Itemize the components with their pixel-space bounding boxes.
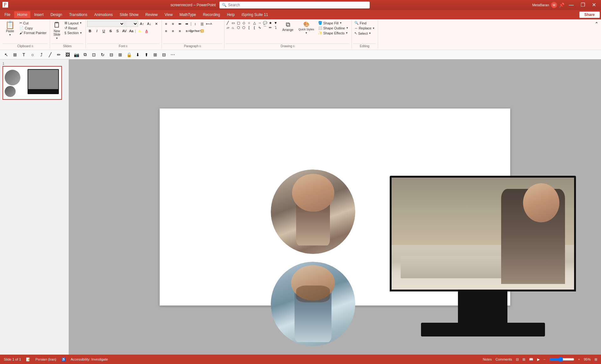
menu-ispring[interactable]: iSpring Suite 11 — [239, 11, 271, 18]
search-input[interactable] — [228, 3, 367, 7]
strikethrough-button[interactable]: S — [108, 28, 114, 34]
cut-button[interactable]: ✂ Cut — [18, 21, 48, 25]
menu-slideshow[interactable]: Slide Show — [116, 11, 141, 18]
shape-rect[interactable]: ▭ — [231, 21, 235, 25]
shape-star[interactable]: ★ — [268, 21, 273, 25]
dt-lock[interactable]: 🔒 — [125, 51, 133, 58]
shape-arc[interactable]: ⌒ — [263, 25, 267, 30]
minimize-button[interactable]: — — [566, 0, 576, 10]
shape-effects-button[interactable]: ✨ Shape Effects ▼ — [317, 31, 350, 35]
dt-camera[interactable]: 📷 — [73, 51, 80, 58]
select-button[interactable]: ↖ Select ▼ — [353, 31, 372, 36]
close-button[interactable]: ✕ — [589, 0, 598, 10]
dt-guides[interactable]: ⊟ — [160, 51, 168, 58]
clear-formatting-button[interactable]: ✕ — [153, 21, 160, 27]
shape-diamond[interactable]: ◇ — [242, 21, 246, 25]
underline-button[interactable]: U — [101, 28, 107, 34]
menu-mathtype[interactable]: MathType — [177, 11, 199, 18]
slide-canvas-wrapper[interactable] — [69, 59, 601, 355]
dt-align[interactable]: ⊟ — [108, 51, 115, 58]
dt-duplicate[interactable]: ⊡ — [90, 51, 98, 58]
numbered-list-button[interactable]: ≡ — [170, 21, 176, 27]
dt-more[interactable]: ⋯ — [169, 51, 177, 58]
reset-button[interactable]: ↺ Reset — [63, 26, 84, 30]
align-center-button[interactable]: ≡ — [170, 28, 176, 34]
arrange-button[interactable]: ⧉ Arrange — [280, 21, 296, 32]
text-columns-button[interactable]: ||| — [199, 21, 205, 27]
increase-font-button[interactable]: A↑ — [139, 21, 145, 27]
dt-group[interactable]: ⊞ — [11, 51, 19, 58]
shape-callout[interactable]: 💬 — [263, 21, 267, 25]
restore-button[interactable]: ❐ — [578, 0, 588, 10]
align-text-button[interactable]: AlignText▼ — [192, 28, 198, 34]
dt-freeform[interactable]: ✏ — [55, 51, 63, 58]
decrease-font-button[interactable]: A↓ — [146, 21, 152, 27]
shape-freeform[interactable]: ✏ — [268, 25, 273, 30]
circle-photo-1[interactable] — [271, 169, 355, 254]
normal-view-icon[interactable]: ⊟ — [516, 357, 519, 361]
shape-trapezoid[interactable]: ⏢ — [231, 25, 235, 30]
dt-connector[interactable]: ⤴ — [38, 51, 45, 58]
dt-line[interactable]: ╱ — [46, 51, 54, 58]
increase-indent-button[interactable]: ➡ — [184, 21, 190, 27]
align-left-button[interactable]: ≡ — [163, 28, 169, 34]
bullet-list-button[interactable]: ≡ — [163, 21, 169, 27]
highlight-color-button[interactable]: A — [136, 28, 143, 34]
menu-recording[interactable]: Recording — [200, 11, 223, 18]
quick-styles-button[interactable]: 🎨 Quick Styles ▼ — [297, 21, 316, 35]
font-size-select[interactable] — [126, 21, 138, 27]
menu-insert[interactable]: Insert — [31, 11, 47, 18]
shape-circle[interactable]: ○ — [247, 21, 251, 25]
menu-design[interactable]: Design — [47, 11, 65, 18]
menu-transitions[interactable]: Transitions — [66, 11, 90, 18]
change-case-button[interactable]: Aa — [128, 28, 135, 34]
dt-image[interactable]: 🖼 — [64, 51, 71, 58]
text-direction-button[interactable]: ⟵A — [206, 21, 212, 27]
menu-home[interactable]: Home — [14, 11, 30, 18]
format-painter-button[interactable]: 🖌 Format Painter — [18, 31, 48, 35]
shape-curve[interactable]: ∿ — [258, 25, 262, 30]
align-right-button[interactable]: ≡ — [177, 28, 183, 34]
shape-pentagon[interactable]: ⬠ — [242, 25, 246, 30]
slide-sorter-icon[interactable]: ⊞ — [522, 357, 525, 361]
paste-button[interactable]: 📋 Paste ▼ — [3, 21, 18, 37]
italic-button[interactable]: I — [94, 28, 100, 34]
shape-rounded-rect[interactable]: ▢ — [236, 21, 241, 25]
font-color-button[interactable]: A — [143, 28, 150, 34]
dt-arrow[interactable]: ↖ — [3, 51, 10, 58]
slideshow-icon[interactable]: ▶ — [537, 357, 540, 361]
shape-triangle[interactable]: △ — [252, 21, 257, 25]
dt-rotate[interactable]: ↻ — [99, 51, 106, 58]
section-button[interactable]: § Section ▼ — [63, 31, 84, 35]
shape-more[interactable]: ▼ — [274, 21, 278, 25]
shape-brace[interactable]: { — [252, 25, 257, 30]
bold-button[interactable]: B — [87, 28, 93, 34]
share-button[interactable]: Share — [579, 12, 600, 18]
dt-forward[interactable]: ⬆ — [143, 51, 150, 58]
new-slide-button[interactable]: 🗒 NewSlide ▼ — [51, 21, 63, 40]
menu-file[interactable]: File — [1, 11, 13, 18]
text-shadow-button[interactable]: S — [115, 28, 121, 34]
zoom-in-icon[interactable]: + — [578, 357, 580, 361]
zoom-out-icon[interactable]: − — [543, 357, 545, 361]
dt-textbox[interactable]: T — [20, 51, 28, 58]
line-spacing-button[interactable]: ↕ — [192, 21, 198, 27]
find-button[interactable]: 🔍 Find — [353, 21, 367, 25]
shape-outline-button[interactable]: ⬜ Shape Outline ▼ — [317, 26, 350, 30]
comments-button[interactable]: Comments — [496, 357, 512, 361]
reading-view-icon[interactable]: 📖 — [529, 357, 533, 361]
dt-shape-oval[interactable]: ○ — [29, 51, 36, 58]
decrease-indent-button[interactable]: ⬅ — [177, 21, 183, 27]
menu-help[interactable]: Help — [224, 11, 238, 18]
spacing-button[interactable]: AV — [121, 28, 128, 34]
shape-parallelogram[interactable]: ▱ — [226, 25, 230, 30]
menu-view[interactable]: View — [162, 11, 176, 18]
monitor-container[interactable] — [390, 176, 578, 355]
shape-hexagon[interactable]: ⬡ — [236, 25, 241, 30]
convert-smartart-button[interactable]: 🔀 — [199, 28, 205, 34]
fit-to-window-icon[interactable]: ⊞ — [594, 357, 597, 361]
slide-thumbnail[interactable] — [3, 66, 62, 100]
dt-back[interactable]: ⬇ — [134, 51, 141, 58]
spell-check-icon[interactable]: 📝 — [26, 357, 30, 361]
menu-review[interactable]: Review — [142, 11, 161, 18]
